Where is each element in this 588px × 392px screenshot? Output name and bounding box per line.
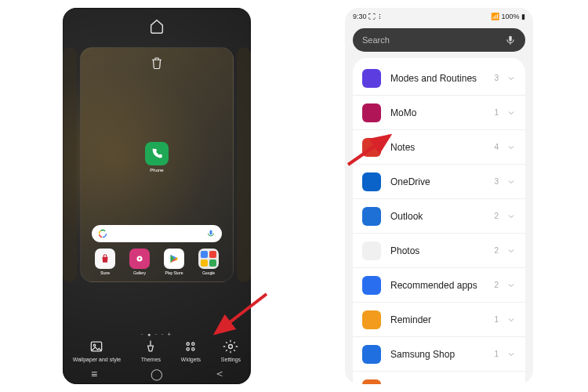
app-name-label: Notes xyxy=(390,142,494,153)
nav-recents[interactable]: ≡ xyxy=(78,368,110,380)
app-count: 1 xyxy=(494,315,499,324)
app-row-smartthings[interactable]: SmartThings1 xyxy=(353,372,525,384)
svg-rect-14 xyxy=(509,36,512,42)
app-count: 1 xyxy=(494,108,499,117)
playstore-icon xyxy=(164,249,184,269)
svg-point-13 xyxy=(229,345,233,349)
app-row-momo[interactable]: MoMo1 xyxy=(353,96,525,130)
google-folder-icon xyxy=(198,249,219,269)
app-icon xyxy=(362,345,381,364)
app-icon xyxy=(362,69,381,88)
status-bar: 9:30 ⛶ ⋮ 📶 100% ▮ xyxy=(345,8,533,25)
app-name-label: OneDrive xyxy=(390,176,494,187)
status-right-icons: 📶 100% ▮ xyxy=(491,13,525,20)
gallery-icon xyxy=(129,249,150,269)
app-row-samsung-shop[interactable]: Samsung Shop1 xyxy=(353,337,525,372)
dock-item-google[interactable]: Google xyxy=(198,249,219,275)
app-icon xyxy=(362,276,381,295)
app-name-label: Modes and Routines xyxy=(390,73,494,84)
search-input[interactable]: Search xyxy=(353,28,525,52)
chevron-down-icon[interactable] xyxy=(506,315,516,325)
prev-page-sliver[interactable] xyxy=(63,47,77,282)
chevron-down-icon[interactable] xyxy=(506,74,516,83)
launcher-toolbar: Wallpaper and style Themes Widgets Setti… xyxy=(63,339,251,362)
toolbar-wallpaper[interactable]: Wallpaper and style xyxy=(73,339,121,362)
dock-item-label: Gallery xyxy=(129,270,150,275)
app-count: 1 xyxy=(494,350,499,358)
nav-back[interactable]: ＜ xyxy=(204,367,235,381)
app-name-label: Photos xyxy=(390,245,494,256)
app-icon xyxy=(362,138,381,157)
toolbar-widgets[interactable]: Widgets xyxy=(181,339,201,362)
app-name-label: MoMo xyxy=(390,107,494,118)
app-row-reminder[interactable]: Reminder1 xyxy=(353,303,525,337)
chevron-down-icon[interactable] xyxy=(506,177,516,187)
chevron-down-icon[interactable] xyxy=(506,350,516,359)
app-row-onedrive[interactable]: OneDrive3 xyxy=(353,165,525,199)
gear-icon xyxy=(223,339,238,354)
chevron-down-icon[interactable] xyxy=(506,143,516,152)
chevron-down-icon[interactable] xyxy=(506,108,516,118)
toolbar-label: Wallpaper and style xyxy=(73,357,121,362)
app-name-label: Outlook xyxy=(390,211,494,222)
nav-home[interactable]: ◯ xyxy=(141,368,172,380)
status-time: 9:30 xyxy=(353,13,367,20)
toolbar-themes[interactable]: Themes xyxy=(141,339,161,362)
home-icon[interactable] xyxy=(148,17,165,34)
store-icon xyxy=(95,249,115,269)
app-row-notes[interactable]: Notes4 xyxy=(353,130,525,165)
page-indicator[interactable]: · ● · · + xyxy=(141,332,172,337)
dock-item-gallery[interactable]: Gallery xyxy=(129,249,150,275)
toolbar-label: Widgets xyxy=(181,357,201,362)
app-count: 2 xyxy=(494,281,499,289)
grid-icon xyxy=(183,339,198,354)
google-search-widget[interactable] xyxy=(92,225,222,242)
phone-right: 9:30 ⛶ ⋮ 📶 100% ▮ Search Modes and Routi… xyxy=(345,8,533,384)
search-placeholder: Search xyxy=(362,35,390,45)
status-left-icons: ⛶ ⋮ xyxy=(368,13,382,20)
app-name-label: Samsung Shop xyxy=(390,349,494,360)
chevron-down-icon[interactable] xyxy=(506,246,516,256)
app-icon xyxy=(362,207,381,226)
app-icon xyxy=(362,310,381,329)
svg-point-11 xyxy=(187,348,189,350)
app-row-photos[interactable]: Photos2 xyxy=(353,234,525,268)
dock: Store Gallery Play Store Google xyxy=(81,249,233,275)
svg-point-12 xyxy=(192,348,194,350)
app-icon xyxy=(362,172,381,191)
chevron-down-icon[interactable] xyxy=(506,212,516,221)
dock-item-label: Store xyxy=(95,270,115,275)
svg-point-9 xyxy=(187,343,189,345)
app-count: 2 xyxy=(494,246,499,255)
phone-icon xyxy=(145,142,169,165)
next-page-sliver[interactable] xyxy=(237,47,251,282)
google-g-icon xyxy=(98,229,107,238)
app-count: 4 xyxy=(494,143,499,151)
toolbar-label: Themes xyxy=(141,357,161,362)
home-preview-card[interactable]: Phone Store Gallery xyxy=(80,47,234,282)
app-phone-label: Phone xyxy=(145,168,169,172)
app-name-label: Recommended apps xyxy=(390,280,494,291)
svg-point-8 xyxy=(94,344,96,347)
toolbar-settings[interactable]: Settings xyxy=(221,339,241,362)
chevron-down-icon[interactable] xyxy=(506,281,516,290)
app-count: 3 xyxy=(494,74,499,82)
mic-icon[interactable] xyxy=(505,34,516,45)
app-icon xyxy=(362,103,381,122)
app-phone[interactable]: Phone xyxy=(145,142,169,172)
dock-item-playstore[interactable]: Play Store xyxy=(164,249,184,275)
phone-left: Phone Store Gallery xyxy=(63,8,251,384)
trash-icon[interactable] xyxy=(150,56,164,70)
app-name-label: SmartThings xyxy=(390,383,494,384)
dock-item-store[interactable]: Store xyxy=(95,249,115,275)
svg-point-6 xyxy=(139,258,140,260)
app-icon xyxy=(362,241,381,260)
svg-rect-4 xyxy=(210,230,212,235)
app-list: Modes and Routines3MoMo1Notes4OneDrive3O… xyxy=(353,58,525,384)
app-row-recommended-apps[interactable]: Recommended apps2 xyxy=(353,268,525,303)
app-row-outlook[interactable]: Outlook2 xyxy=(353,199,525,234)
mic-icon[interactable] xyxy=(206,229,216,238)
app-row-modes-and-routines[interactable]: Modes and Routines3 xyxy=(353,61,525,96)
android-navbar: ≡ ◯ ＜ xyxy=(63,367,251,381)
dock-item-label: Play Store xyxy=(164,270,184,275)
